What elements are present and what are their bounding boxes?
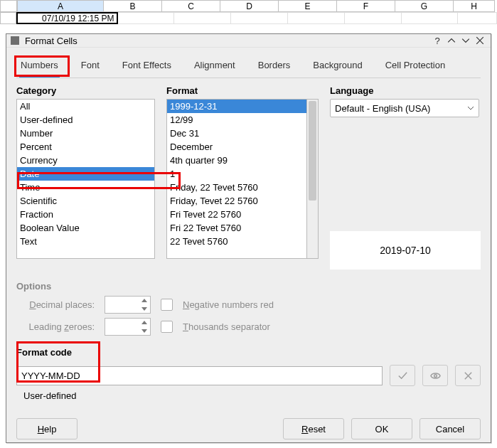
chevron-up-icon[interactable] xyxy=(445,34,458,47)
format-item[interactable]: 12/99 xyxy=(167,113,306,127)
reset-button[interactable]: Reset xyxy=(283,418,344,439)
format-item[interactable]: 1999-12-31 xyxy=(167,100,306,113)
format-list[interactable]: 1999-12-31 12/99 Dec 31 December 4th qua… xyxy=(166,99,307,259)
category-item[interactable]: Fraction xyxy=(17,208,154,221)
col-header-d[interactable]: D xyxy=(220,0,279,12)
language-label: Language xyxy=(330,85,481,96)
format-code-label: Format code xyxy=(16,347,481,358)
leading-zeroes-label: Leading zeroes: xyxy=(16,321,95,332)
cell[interactable] xyxy=(402,12,459,24)
tab-cell-protection[interactable]: Cell Protection xyxy=(384,57,447,78)
cell[interactable] xyxy=(118,12,175,24)
category-item-date[interactable]: Date xyxy=(17,167,154,181)
format-item[interactable]: 22 Tevet 5760 xyxy=(167,235,306,248)
format-preview: 2019-07-10 xyxy=(330,231,481,270)
format-item[interactable]: Friday, Tevet 22 5760 xyxy=(167,194,306,208)
tab-borders[interactable]: Borders xyxy=(257,57,292,78)
format-item[interactable]: December xyxy=(167,140,306,154)
category-item[interactable]: Currency xyxy=(17,154,154,167)
category-item[interactable]: Boolean Value xyxy=(17,221,154,235)
negative-red-label: Negative numbers red xyxy=(183,299,274,310)
thousands-label: Thousands separator xyxy=(183,321,270,332)
cell[interactable] xyxy=(231,12,288,24)
decimal-places-label: Decimal places: xyxy=(16,299,95,310)
category-item[interactable]: Time xyxy=(17,181,154,194)
edit-comment-button[interactable] xyxy=(422,365,448,386)
tab-numbers[interactable]: Numbers xyxy=(19,57,60,78)
remove-format-button[interactable] xyxy=(455,365,481,386)
col-header-h[interactable]: H xyxy=(454,0,495,12)
tab-alignment[interactable]: Alignment xyxy=(193,57,237,78)
cell[interactable] xyxy=(174,12,231,24)
language-select[interactable]: Default - English (USA) xyxy=(330,99,479,117)
category-list[interactable]: All User-defined Number Percent Currency… xyxy=(16,99,155,259)
spreadsheet-strip: A B C D E F G H 07/10/19 12:15 PM xyxy=(0,0,497,24)
col-header-a[interactable]: A xyxy=(17,0,104,12)
category-item[interactable]: Text xyxy=(17,235,154,248)
category-item[interactable]: All xyxy=(17,100,154,113)
category-item[interactable]: Number xyxy=(17,127,154,140)
user-defined-label: User-defined xyxy=(23,390,481,401)
format-item[interactable]: 1 xyxy=(167,167,306,181)
format-item[interactable]: Dec 31 xyxy=(167,127,306,140)
leading-zeroes-spinner[interactable] xyxy=(105,318,151,336)
apply-format-button[interactable] xyxy=(390,365,415,386)
scrollbar-thumb[interactable] xyxy=(309,101,316,201)
eye-icon xyxy=(430,370,441,381)
category-item[interactable]: Percent xyxy=(17,140,154,154)
cell-a1[interactable]: 07/10/19 12:15 PM xyxy=(16,12,117,24)
svg-point-0 xyxy=(434,374,437,377)
col-header-e[interactable]: E xyxy=(279,0,337,12)
cell[interactable] xyxy=(458,12,497,24)
col-header-b[interactable]: B xyxy=(104,0,162,12)
dialog-title: Format Cells xyxy=(25,36,429,46)
row-header-1[interactable] xyxy=(0,12,16,24)
language-value: Default - English (USA) xyxy=(335,103,430,114)
tab-background[interactable]: Background xyxy=(311,57,363,78)
category-item[interactable]: Scientific xyxy=(17,194,154,208)
tab-bar: Numbers Font Font Effects Alignment Bord… xyxy=(16,55,481,78)
tab-font-effects[interactable]: Font Effects xyxy=(121,57,173,78)
format-label: Format xyxy=(166,85,319,96)
format-item[interactable]: Friday, 22 Tevet 5760 xyxy=(167,181,306,194)
col-header-f[interactable]: F xyxy=(337,0,395,12)
decimal-places-spinner[interactable] xyxy=(105,296,151,314)
cancel-button[interactable]: Cancel xyxy=(419,418,481,439)
tab-font[interactable]: Font xyxy=(80,57,101,78)
x-icon xyxy=(463,370,474,381)
ok-button[interactable]: OK xyxy=(351,418,412,439)
category-item[interactable]: User-defined xyxy=(17,113,154,127)
titlebar: Format Cells ? xyxy=(6,34,491,48)
thousands-checkbox[interactable] xyxy=(161,321,173,333)
options-label: Options xyxy=(16,281,481,292)
help-button[interactable]: Help xyxy=(16,418,78,439)
format-code-input[interactable] xyxy=(16,366,383,385)
format-cells-dialog: Format Cells ? Numbers Font Font Effects… xyxy=(6,33,491,443)
format-item[interactable]: 4th quarter 99 xyxy=(167,154,306,167)
format-item[interactable]: Fri 22 Tevet 5760 xyxy=(167,221,306,235)
help-icon[interactable]: ? xyxy=(431,34,444,47)
check-icon xyxy=(397,370,408,381)
negative-red-checkbox[interactable] xyxy=(161,299,173,311)
col-header-c[interactable]: C xyxy=(162,0,220,12)
cell[interactable] xyxy=(288,12,345,24)
close-icon[interactable] xyxy=(474,34,486,47)
select-all-corner[interactable] xyxy=(0,0,17,12)
format-item[interactable]: Fri Tevet 22 5760 xyxy=(167,208,306,221)
col-header-g[interactable]: G xyxy=(395,0,454,12)
chevron-down-icon[interactable] xyxy=(459,34,472,47)
dialog-button-bar: Help Reset OK Cancel xyxy=(6,411,491,448)
category-label: Category xyxy=(16,85,155,96)
cell[interactable] xyxy=(345,12,402,24)
chevron-down-icon xyxy=(467,105,474,112)
app-icon xyxy=(11,36,19,45)
format-scrollbar[interactable] xyxy=(307,99,319,259)
